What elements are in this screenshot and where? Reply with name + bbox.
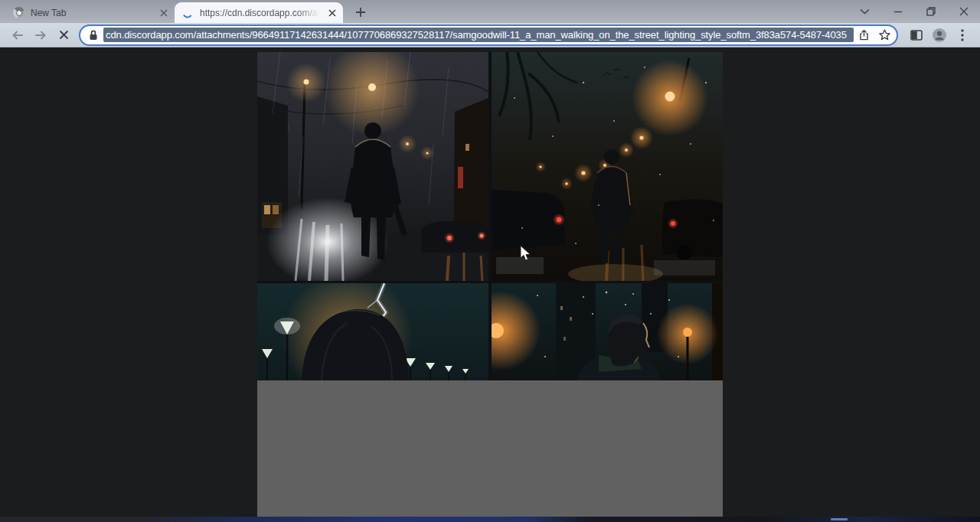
window-controls	[848, 0, 980, 23]
toolbar-right-cluster	[905, 26, 974, 44]
grid-image-bottom-left	[257, 283, 488, 380]
chrome-logo-icon	[13, 7, 24, 18]
url-text-selected[interactable]: cdn.discordapp.com/attachments/966491171…	[103, 28, 854, 42]
tab-title: https://cdn.discordapp.com/atta	[200, 8, 322, 18]
image-grid	[257, 52, 723, 380]
chevron-down-icon[interactable]	[848, 0, 881, 23]
tab-title: New Tab	[31, 8, 153, 18]
close-window-button[interactable]	[947, 0, 980, 23]
tab-close-icon[interactable]	[157, 6, 170, 19]
profile-avatar-icon[interactable]	[928, 26, 951, 44]
tab-strip: New Tab https://cdn.discordapp.com/atta	[0, 0, 980, 23]
minimize-button[interactable]	[881, 0, 914, 23]
share-icon[interactable]	[854, 26, 874, 44]
grid-image-bottom-right	[492, 283, 723, 380]
forward-button[interactable]	[29, 24, 52, 46]
grid-image-top-left	[257, 52, 488, 281]
loading-spinner-icon	[181, 7, 194, 19]
new-tab-button[interactable]	[351, 2, 371, 22]
stop-loading-button[interactable]	[52, 24, 75, 46]
tab-new-tab[interactable]: New Tab	[6, 2, 175, 23]
taskbar-edge	[0, 517, 980, 522]
side-panel-icon[interactable]	[905, 26, 928, 44]
address-bar[interactable]: cdn.discordapp.com/attachments/966491171…	[79, 24, 898, 46]
bookmark-star-icon[interactable]	[874, 26, 895, 44]
menu-dots-icon[interactable]	[951, 26, 974, 44]
page-viewport	[0, 47, 980, 517]
mouse-cursor	[520, 245, 531, 262]
tab-discord-cdn[interactable]: https://cdn.discordapp.com/atta	[175, 2, 343, 23]
lock-icon[interactable]	[88, 29, 99, 41]
browser-toolbar: cdn.discordapp.com/attachments/966491171…	[0, 23, 980, 47]
back-button[interactable]	[6, 24, 29, 46]
loading-image-placeholder	[257, 52, 723, 517]
tab-close-icon[interactable]	[325, 6, 338, 19]
restore-button[interactable]	[914, 0, 947, 23]
